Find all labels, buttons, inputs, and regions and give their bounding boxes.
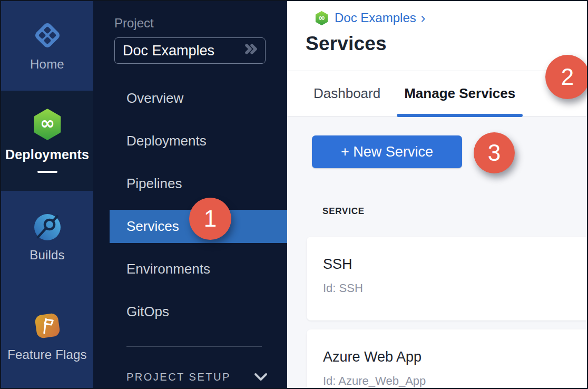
home-icon [33,21,62,52]
new-service-button[interactable]: + New Service [312,135,462,168]
chevron-down-icon [254,373,268,381]
deployments-icon: ∞ [32,109,63,142]
rail-label-feature-flags: Feature Flags [7,347,87,362]
panel-divider [126,346,262,347]
project-selector-value: Doc Examples [123,43,214,59]
service-id: Id: SSH [323,281,587,295]
project-nav: Overview Deployments Pipelines Services … [93,82,287,328]
annotation-badge-3: 3 [474,132,515,173]
tab-bar: Dashboard Manage Services [287,71,587,116]
feature-flags-icon [33,311,62,343]
app-root: Home ∞ Deployments [0,0,588,389]
service-name: SSH [323,256,587,273]
service-card-ssh[interactable]: SSH Id: SSH [307,237,587,320]
svg-text:∞: ∞ [40,113,54,133]
annotation-badge-2: 2 [545,55,588,99]
nav-item-overview[interactable]: Overview [110,82,287,115]
rail-label-deployments: Deployments [5,147,89,162]
rail-label-builds: Builds [30,248,65,262]
rail-item-deployments[interactable]: ∞ Deployments [1,91,93,191]
services-content: + New Service SERVICE SSH Id: SSH Azure … [287,116,587,388]
project-panel: Project Doc Examples Overview Deployment… [93,1,287,388]
page-title: Services [306,33,587,55]
breadcrumb-chevron-icon: › [421,11,426,25]
tab-dashboard[interactable]: Dashboard [313,71,380,116]
svg-text:∞: ∞ [318,13,325,23]
project-hexagon-icon: ∞ [315,11,329,25]
rail-item-builds[interactable]: Builds [1,191,93,285]
service-list-header: SERVICE [322,206,587,217]
module-rail: Home ∞ Deployments [1,1,93,388]
double-chevron-icon [242,40,260,60]
page-header: ∞ Doc Examples › Services [287,1,587,71]
nav-item-deployments[interactable]: Deployments [110,124,287,158]
builds-icon [34,213,61,243]
rail-item-feature-flags[interactable]: Feature Flags [1,285,93,388]
nav-item-gitops[interactable]: GitOps [110,295,287,328]
service-name: Azure Web App [323,349,587,365]
active-module-underline [37,171,57,173]
project-setup-label: PROJECT SETUP [126,371,231,383]
breadcrumb: ∞ Doc Examples › [315,11,587,25]
annotation-badge-1: 1 [189,198,231,240]
main-area: ∞ Doc Examples › Services Dashboard Mana… [287,1,587,388]
project-selector[interactable]: Doc Examples [114,37,266,64]
nav-item-pipelines[interactable]: Pipelines [110,167,287,200]
service-id: Id: Azure_Web_App [323,374,587,388]
breadcrumb-project-link[interactable]: Doc Examples [335,11,416,25]
service-card-azure-web-app[interactable]: Azure Web App Id: Azure_Web_App [307,329,587,388]
project-setup-toggle[interactable]: PROJECT SETUP [126,371,287,383]
rail-label-home: Home [30,57,64,72]
active-tab-underline [397,114,523,117]
tab-manage-services[interactable]: Manage Services [404,71,515,116]
project-label: Project [114,16,287,31]
nav-item-environments[interactable]: Environments [110,252,287,286]
rail-item-home[interactable]: Home [1,1,93,91]
